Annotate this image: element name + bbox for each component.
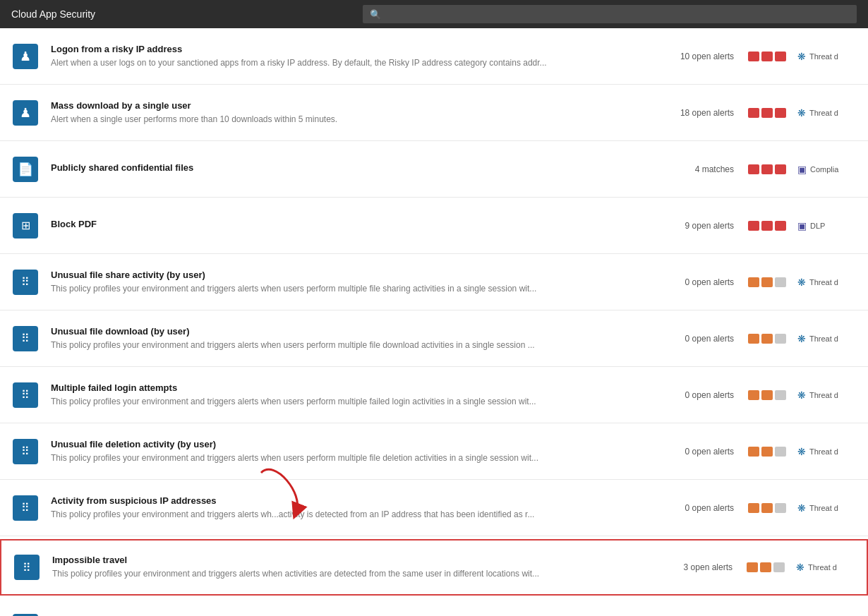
severity-bar-3 [775, 447, 786, 457]
type-icon: ❋ [797, 277, 806, 288]
policy-content: Unusual file deletion activity (by user)… [51, 439, 656, 464]
policy-icon-cell: 📄 [0, 157, 51, 182]
severity-bar-2 [760, 562, 771, 572]
type-icon: ❋ [797, 502, 806, 514]
policy-icon: ⠿ [13, 270, 38, 295]
policy-type: ❋ Threat d [797, 107, 868, 119]
severity-bar-2 [761, 390, 773, 400]
app-header: Cloud App Security 🔍 [0, 0, 868, 28]
search-icon: 🔍 [370, 9, 381, 20]
policy-icon-cell: ⠿ [0, 614, 51, 617]
dots-icon: ⠿ [21, 445, 30, 458]
policy-content: Unusual file share activity (by user) Th… [51, 270, 656, 295]
alerts-count: 0 open alerts [656, 503, 748, 513]
document-icon: 📄 [18, 162, 33, 177]
policy-icon-cell: ⠿ [0, 495, 51, 521]
severity-indicator [748, 52, 797, 61]
policy-type-label: Threat d [808, 563, 837, 572]
severity-indicator [748, 390, 797, 400]
severity-bar-3 [775, 221, 786, 231]
policy-icon: ⠿ [13, 495, 38, 521]
policy-name[interactable]: Unusual file deletion activity (by user) [51, 439, 645, 449]
person-icon: ♟ [20, 105, 31, 121]
severity-bar-1 [748, 52, 759, 61]
policy-content: Impossible travel This policy profiles y… [52, 555, 655, 580]
policy-type: ❋ Threat d [797, 333, 868, 344]
policy-icon-cell: ⊞ [0, 213, 51, 238]
severity-bar-3 [773, 562, 785, 572]
search-bar[interactable]: 🔍 [363, 5, 857, 23]
policy-content: Logon from a risky IP address Alert when… [51, 44, 656, 69]
severity-indicator [748, 108, 797, 118]
policy-name[interactable]: Block PDF [51, 219, 645, 229]
policy-name[interactable]: Publicly shared confidential files [51, 162, 645, 173]
policy-name[interactable]: Logon from a risky IP address [51, 44, 645, 54]
table-row[interactable]: ⠿ Activity from anonymous IP addresses T… [0, 598, 868, 616]
policy-description: Alert when a user logs on to your sancti… [51, 57, 559, 69]
severity-bar-2 [761, 503, 773, 513]
table-row[interactable]: ♟ Logon from a risky IP address Alert wh… [0, 28, 868, 85]
severity-bar-1 [748, 390, 759, 400]
policy-name[interactable]: Activity from anonymous IP addresses [51, 614, 645, 616]
policy-icon-cell: ⠿ [0, 382, 51, 408]
table-row[interactable]: 📄 Publicly shared confidential files 4 m… [0, 141, 868, 198]
policy-icon: ♟ [13, 100, 38, 126]
policy-type-label: Threat d [809, 391, 838, 399]
policy-table: ♟ Logon from a risky IP address Alert wh… [0, 28, 868, 616]
policy-icon: ⠿ [13, 382, 38, 408]
policy-type: ❋ Threat d [796, 562, 867, 573]
policy-content: Unusual file download (by user) This pol… [51, 326, 656, 351]
policy-type-label: Threat d [809, 278, 838, 286]
severity-bar-1 [748, 277, 759, 287]
type-icon: ▣ [797, 220, 807, 231]
dots-icon: ⠿ [23, 561, 31, 574]
policy-icon: ⠿ [13, 439, 38, 464]
policy-type: ❋ Threat d [797, 502, 868, 514]
policy-icon-cell: ♟ [0, 44, 51, 69]
alerts-count: 10 open alerts [656, 52, 748, 61]
table-row[interactable]: ⊞ Block PDF 9 open alerts ▣ DLP [0, 198, 868, 254]
type-icon: ▣ [797, 164, 807, 175]
policy-name[interactable]: Activity from suspicious IP addresses [51, 495, 645, 506]
table-row[interactable]: ⠿ Unusual file download (by user) This p… [0, 310, 868, 367]
person-icon: ♟ [20, 49, 31, 64]
table-row[interactable]: ⠿ Unusual file share activity (by user) … [0, 254, 868, 310]
severity-bar-2 [761, 447, 773, 457]
policy-description: This policy profiles your environment an… [51, 283, 559, 295]
policy-icon: ⠿ [13, 614, 38, 617]
policy-content: Multiple failed login attempts This poli… [51, 382, 656, 408]
table-row[interactable]: ⠿ Activity from suspicious IP addresses … [0, 480, 868, 536]
severity-bar-3 [775, 164, 786, 174]
policy-name[interactable]: Unusual file share activity (by user) [51, 270, 645, 280]
severity-indicator [748, 164, 797, 174]
policy-name[interactable]: Unusual file download (by user) [51, 326, 645, 337]
policy-description: This policy profiles your environment an… [52, 568, 560, 580]
policy-type-label: Threat d [809, 52, 838, 61]
table-row[interactable]: ⠿ Impossible travel This policy profiles… [0, 539, 868, 596]
policy-name[interactable]: Multiple failed login attempts [51, 382, 645, 393]
policy-name[interactable]: Impossible travel [52, 555, 644, 565]
type-icon: ❋ [796, 562, 804, 573]
table-row[interactable]: ⠿ Unusual file deletion activity (by use… [0, 423, 868, 480]
policy-type-label: Threat d [809, 504, 838, 512]
table-row[interactable]: ⠿ Multiple failed login attempts This po… [0, 367, 868, 423]
dots-icon: ⠿ [21, 388, 30, 401]
severity-indicator [748, 334, 797, 344]
grid-icon: ⊞ [21, 219, 30, 232]
policy-description: Alert when a single user performs more t… [51, 114, 559, 126]
alerts-count: 0 open alerts [656, 447, 748, 457]
policy-icon: ⊞ [13, 213, 38, 238]
policy-icon-cell: ⠿ [1, 555, 52, 580]
policy-icon-cell: ⠿ [0, 326, 51, 351]
severity-bar-1 [748, 221, 759, 231]
severity-bar-1 [748, 334, 759, 344]
policy-icon: ♟ [13, 44, 38, 69]
policy-icon: ⠿ [13, 326, 38, 351]
policy-name[interactable]: Mass download by a single user [51, 100, 645, 111]
policy-description: This policy profiles your environment an… [51, 452, 559, 464]
policy-icon-cell: ⠿ [0, 439, 51, 464]
severity-bar-1 [748, 447, 759, 457]
table-row[interactable]: ♟ Mass download by a single user Alert w… [0, 85, 868, 141]
severity-bar-2 [761, 221, 773, 231]
severity-bar-1 [748, 108, 759, 118]
